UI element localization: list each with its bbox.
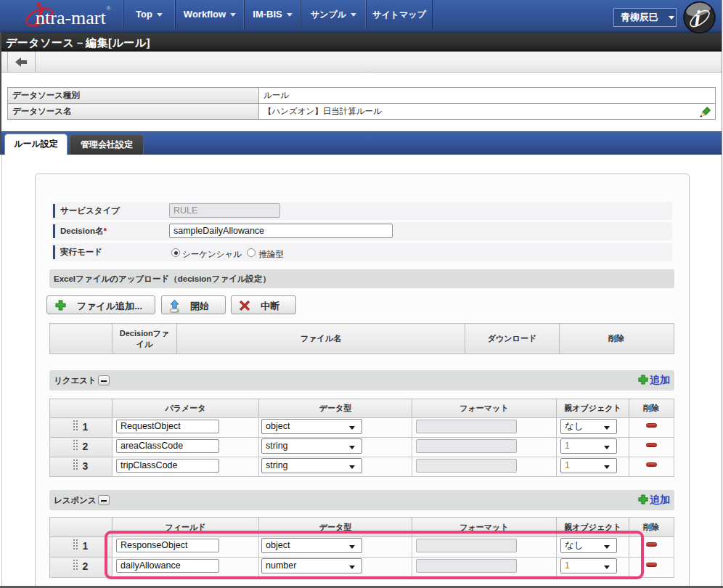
svg-text:ntra-mart: ntra-mart [36,7,107,28]
svg-text:®: ® [106,4,111,12]
svg-text:i: i [695,6,701,29]
